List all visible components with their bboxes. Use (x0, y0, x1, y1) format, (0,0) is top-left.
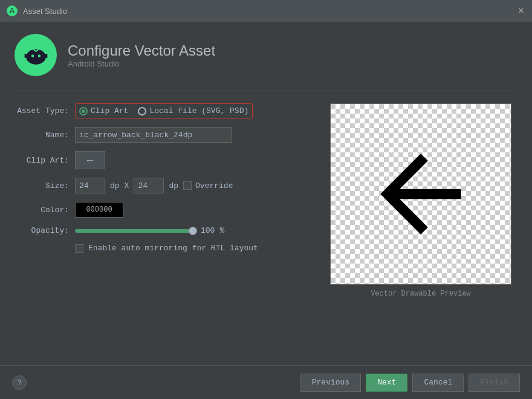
opacity-slider-fill (75, 229, 193, 233)
size-inputs: dp X dp Override (75, 178, 233, 193)
clip-art-radio[interactable] (79, 107, 88, 115)
opacity-label: Opacity: (15, 226, 69, 235)
svg-text:A: A (10, 7, 15, 15)
svg-rect-3 (24, 53, 27, 57)
next-button[interactable]: Next (366, 374, 407, 392)
rtl-label: Enable auto mirroring for RTL layout (88, 244, 258, 253)
override-check: Override (183, 181, 233, 190)
svg-point-2 (26, 49, 45, 64)
dp-label-height: dp (169, 181, 178, 190)
preview-label: Vector Drawable Preview (371, 290, 471, 298)
app-icon: A (6, 5, 18, 17)
rtl-option: Enable auto mirroring for RTL layout (75, 244, 258, 253)
cancel-button[interactable]: Cancel (412, 374, 464, 392)
svg-point-5 (31, 54, 34, 57)
opacity-unit: % (219, 226, 224, 235)
preview-icon (360, 134, 481, 255)
asset-type-group: Clip Art Local file (SVG, PSD) (75, 103, 253, 118)
finish-button[interactable]: Finish (469, 374, 520, 392)
asset-type-row: Asset Type: Clip Art Local file (SVG, PS… (15, 103, 312, 118)
android-logo (15, 34, 57, 76)
clip-art-row: Clip Art: ← (15, 151, 312, 169)
form-and-preview: Asset Type: Clip Art Local file (SVG, PS… (15, 103, 517, 365)
header-text: Configure Vector Asset Android Studio (68, 42, 215, 68)
page-title: Configure Vector Asset (68, 42, 215, 59)
content-area: Configure Vector Asset Android Studio As… (0, 22, 532, 365)
clip-art-field-label: Clip Art: (15, 156, 69, 165)
clip-art-button[interactable]: ← (75, 151, 105, 169)
size-height-input[interactable] (134, 178, 164, 193)
size-separator: X (125, 181, 129, 190)
local-file-label: Local file (SVG, PSD) (149, 106, 248, 115)
title-bar-text: Asset Studio (23, 7, 511, 16)
color-row: Color: 000000 (15, 202, 312, 218)
size-label: Size: (15, 181, 69, 190)
arrow-back-icon: ← (87, 154, 94, 166)
svg-point-10 (39, 47, 41, 50)
asset-type-label: Asset Type: (15, 106, 69, 115)
svg-rect-4 (45, 53, 47, 57)
footer-buttons: Previous Next Cancel Finish (300, 374, 520, 392)
override-label: Override (195, 181, 233, 190)
preview-section: Vector Drawable Preview (324, 103, 517, 365)
color-value: 000000 (86, 206, 112, 214)
local-file-option[interactable]: Local file (SVG, PSD) (138, 106, 248, 115)
opacity-controls: 100 % (75, 226, 224, 235)
previous-button[interactable]: Previous (300, 374, 361, 392)
footer: ? Previous Next Cancel Finish (0, 365, 532, 399)
name-input[interactable] (75, 127, 232, 143)
override-checkbox[interactable] (183, 181, 192, 190)
size-width-input[interactable] (75, 178, 105, 193)
asset-studio-window: A Asset Studio × (0, 0, 532, 399)
help-button[interactable]: ? (12, 375, 27, 390)
opacity-row: Opacity: 100 % (15, 226, 312, 235)
preview-box (330, 103, 511, 285)
dp-label-width: dp (110, 181, 120, 190)
opacity-slider-thumb[interactable] (189, 227, 197, 235)
svg-point-6 (37, 54, 41, 57)
header: Configure Vector Asset Android Studio (15, 34, 517, 76)
size-row: Size: dp X dp Override (15, 178, 312, 193)
close-button[interactable]: × (516, 6, 526, 16)
name-label: Name: (15, 131, 69, 140)
local-file-radio[interactable] (138, 107, 146, 115)
clip-art-option[interactable]: Clip Art (79, 106, 128, 115)
clip-art-label: Clip Art (91, 106, 128, 115)
color-button[interactable]: 000000 (75, 202, 123, 218)
name-row: Name: (15, 127, 312, 143)
title-bar: A Asset Studio × (0, 0, 532, 22)
rtl-checkbox[interactable] (75, 244, 83, 253)
rtl-row: Enable auto mirroring for RTL layout (15, 244, 312, 253)
color-label: Color: (15, 206, 69, 215)
form-section: Asset Type: Clip Art Local file (SVG, PS… (15, 103, 312, 365)
divider (15, 91, 517, 91)
opacity-slider-track[interactable] (75, 229, 196, 233)
page-subtitle: Android Studio (68, 59, 215, 68)
opacity-value: 100 (201, 226, 215, 235)
svg-point-9 (31, 47, 33, 50)
android-icon (22, 42, 50, 69)
